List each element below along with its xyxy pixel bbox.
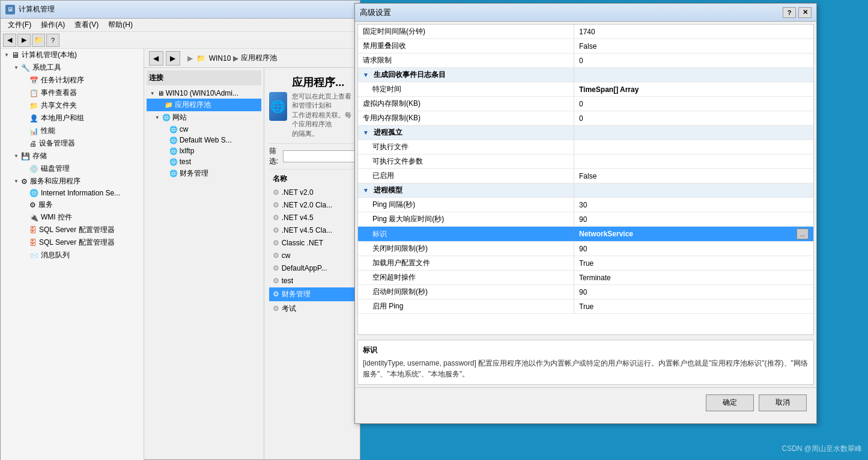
settings-row-ping-max: Ping 最大响应时间(秒) 90	[358, 212, 813, 227]
watermark: CSDN @周山至水数翠峰	[782, 444, 862, 454]
settings-value: 30	[574, 198, 813, 212]
settings-key: 加载用户配置文件	[358, 256, 574, 270]
settings-scroll-wrap: 固定时间间隔(分钟) 1740 禁用重叠回收 False	[357, 24, 814, 335]
settings-row-startup-limit: 启动时间限制(秒) 90	[358, 285, 813, 299]
settings-row-idle-timeout: 空闲超时操作 Terminate	[358, 271, 813, 285]
settings-row-specific-time: 特定时间 TimeSpan[] Array	[358, 82, 813, 97]
settings-key: 禁用重叠回收	[358, 39, 574, 53]
settings-key: ▼ 进程模型	[358, 183, 574, 197]
settings-row-enabled: 已启用 False	[358, 169, 813, 183]
settings-value	[574, 68, 813, 82]
settings-value: 0	[574, 111, 813, 125]
settings-row-disable-overlap: 禁用重叠回收 False	[358, 39, 813, 54]
dialog-overlay: 高级设置 ? ✕ 固定时间间隔(分钟) 1740	[0, 0, 868, 460]
settings-value: 0	[574, 97, 813, 111]
settings-value	[574, 126, 813, 140]
settings-value: 1740	[574, 25, 813, 38]
settings-key: 专用内存限制(KB)	[358, 111, 574, 125]
description-label: 标识	[363, 345, 809, 355]
advanced-settings-dialog: 高级设置 ? ✕ 固定时间间隔(分钟) 1740	[354, 3, 817, 424]
settings-value: NetworkService ...	[574, 227, 813, 241]
edit-identity-btn[interactable]: ...	[797, 228, 809, 239]
settings-table: 固定时间间隔(分钟) 1740 禁用重叠回收 False	[357, 24, 814, 335]
settings-key: ▼ 进程孤立	[358, 126, 574, 140]
dialog-title-bar: 高级设置 ? ✕	[355, 4, 816, 22]
settings-value: False	[574, 39, 813, 53]
settings-key: 空闲超时操作	[358, 271, 574, 284]
settings-row-identity[interactable]: 标识 NetworkService ...	[358, 227, 813, 242]
settings-value: False	[574, 169, 813, 183]
settings-value: 90	[574, 212, 813, 226]
settings-value: 90	[574, 242, 813, 256]
settings-key: Ping 最大响应时间(秒)	[358, 212, 574, 226]
settings-row-ping-interval: Ping 间隔(秒) 30	[358, 198, 813, 212]
settings-row-enable-ping: 启用 Ping True	[358, 299, 813, 314]
settings-key: 关闭时间限制(秒)	[358, 242, 574, 256]
dialog-help-btn[interactable]: ?	[783, 7, 796, 18]
settings-value	[574, 183, 813, 197]
dialog-close-btn[interactable]: ✕	[798, 7, 812, 18]
settings-row-shutdown-limit: 关闭时间限制(秒) 90	[358, 242, 813, 256]
ok-button[interactable]: 确定	[706, 394, 754, 411]
section-expand-icon: ▼	[363, 129, 369, 136]
dialog-content: 固定时间间隔(分钟) 1740 禁用重叠回收 False	[355, 22, 816, 387]
settings-value: True	[574, 256, 813, 270]
settings-row-process-model[interactable]: ▼ 进程模型	[358, 183, 813, 198]
settings-key: 可执行文件	[358, 140, 574, 154]
dialog-title-buttons: ? ✕	[783, 7, 812, 18]
dialog-title: 高级设置	[360, 7, 391, 18]
settings-value: True	[574, 299, 813, 313]
settings-key: 特定时间	[358, 82, 574, 96]
settings-value	[574, 140, 813, 154]
settings-key: 启动时间限制(秒)	[358, 285, 574, 299]
settings-key: 虚拟内存限制(KB)	[358, 97, 574, 111]
settings-row-load-profile: 加载用户配置文件 True	[358, 256, 813, 271]
section-expand-icon: ▼	[363, 72, 369, 78]
settings-row-executable: 可执行文件	[358, 140, 813, 155]
settings-row-virtual-memory: 虚拟内存限制(KB) 0	[358, 97, 813, 111]
settings-value: TimeSpan[] Array	[574, 82, 813, 96]
settings-row-exec-params: 可执行文件参数	[358, 155, 813, 169]
cancel-button[interactable]: 取消	[759, 394, 807, 411]
settings-value: 90	[574, 285, 813, 299]
settings-row-private-memory: 专用内存限制(KB) 0	[358, 111, 813, 126]
settings-key: 启用 Ping	[358, 299, 574, 313]
settings-key: 可执行文件参数	[358, 155, 574, 168]
settings-row-process-orphan[interactable]: ▼ 进程孤立	[358, 126, 813, 140]
settings-row-request-limit: 请求限制 0	[358, 54, 813, 68]
dialog-footer: 确定 取消	[355, 387, 816, 417]
settings-value: 0	[574, 54, 813, 67]
settings-key: 固定时间间隔(分钟)	[358, 25, 574, 38]
section-expand-icon: ▼	[363, 187, 369, 194]
settings-row-recycle-event[interactable]: ▼ 生成回收事件日志条目	[358, 68, 813, 82]
settings-value: Terminate	[574, 271, 813, 284]
settings-key: ▼ 生成回收事件日志条目	[358, 68, 574, 82]
settings-key: 请求限制	[358, 54, 574, 67]
settings-key: 标识	[358, 227, 574, 241]
description-area: 标识 [identityType, username, password] 配置…	[357, 340, 814, 385]
settings-value	[574, 155, 813, 168]
settings-key: Ping 间隔(秒)	[358, 198, 574, 212]
settings-row-fixed-interval: 固定时间间隔(分钟) 1740	[358, 25, 813, 39]
settings-key: 已启用	[358, 169, 574, 183]
description-text: [identityType, username, password] 配置应用程…	[363, 358, 809, 379]
